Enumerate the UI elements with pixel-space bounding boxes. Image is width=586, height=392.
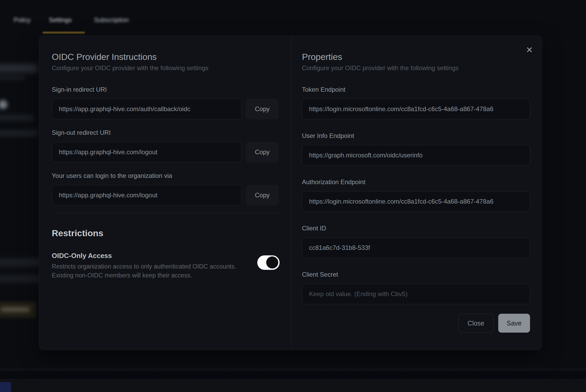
- blurred-background-text: [0, 115, 34, 121]
- client-id-label: Client ID: [302, 224, 530, 232]
- token-endpoint-input[interactable]: [302, 99, 530, 119]
- save-button[interactable]: Save: [498, 314, 530, 333]
- properties-title: Properties: [302, 51, 530, 62]
- oidc-only-access-toggle[interactable]: [257, 255, 280, 270]
- copy-button[interactable]: Copy: [246, 185, 279, 205]
- instructions-title: OIDC Provider Instructions: [52, 51, 281, 62]
- properties-subtitle: Configure your OIDC provider with the fo…: [302, 64, 530, 72]
- tab-policy[interactable]: Policy: [14, 16, 30, 24]
- authorization-endpoint-label: Authorization Endpoint: [302, 178, 530, 186]
- sign-out-redirect-uri-input[interactable]: [52, 142, 242, 162]
- active-tab-indicator: [43, 32, 85, 33]
- user-info-endpoint-input[interactable]: [302, 145, 530, 166]
- properties-section: Properties Configure your OIDC provider …: [302, 36, 530, 350]
- login-via-row: Copy: [52, 185, 281, 205]
- oidc-instructions-section: OIDC Provider Instructions Configure you…: [52, 36, 281, 350]
- user-info-endpoint-label: User Info Endpoint: [302, 132, 530, 140]
- blurred-background-button: [0, 302, 36, 318]
- sign-out-redirect-uri-row: Copy: [52, 142, 281, 162]
- tab-settings[interactable]: Settings: [49, 16, 72, 24]
- login-via-input[interactable]: [52, 185, 242, 205]
- blurred-background-text: [0, 130, 38, 136]
- oidc-settings-modal: ✕ OIDC Provider Instructions Configure y…: [39, 35, 542, 350]
- corner-badge: [0, 382, 11, 392]
- modal-actions: Close Save: [302, 314, 530, 333]
- client-id-input[interactable]: [302, 238, 530, 258]
- client-secret-input[interactable]: [302, 284, 530, 304]
- instructions-subtitle: Configure your OIDC provider with the fo…: [52, 64, 281, 72]
- sign-in-redirect-uri-row: Copy: [52, 99, 281, 119]
- description-line: Restricts organization access to only au…: [52, 262, 281, 271]
- section-divider: [52, 213, 281, 213]
- oidc-only-access-description: Restricts organization access to only au…: [52, 262, 281, 280]
- blurred-background-text: [0, 64, 38, 73]
- blurred-background-bullet: [0, 100, 7, 109]
- close-button[interactable]: Close: [458, 314, 494, 333]
- copy-button[interactable]: Copy: [246, 142, 279, 162]
- toggle-thumb: [266, 256, 278, 269]
- restrictions-title: Restrictions: [52, 227, 281, 239]
- token-endpoint-label: Token Endpoint: [302, 86, 530, 94]
- description-line: Existing non-OIDC members will keep thei…: [52, 271, 281, 280]
- blurred-background-text: [0, 75, 25, 80]
- sign-out-redirect-uri-label: Sign-out redirect URI: [52, 129, 281, 137]
- client-secret-label: Client Secret: [302, 271, 530, 278]
- sign-in-redirect-uri-input[interactable]: [52, 99, 242, 119]
- tab-subscription[interactable]: Subscription: [94, 16, 129, 24]
- blurred-background-button-label: [1, 307, 30, 312]
- login-via-label: Your users can login to the organization…: [52, 172, 281, 180]
- copy-button[interactable]: Copy: [246, 99, 279, 119]
- oidc-only-access-label: OIDC-Only Access: [52, 251, 281, 260]
- column-divider: [291, 36, 291, 350]
- sign-in-redirect-uri-label: Sign-in redirect URI: [52, 86, 281, 94]
- authorization-endpoint-input[interactable]: [302, 191, 530, 212]
